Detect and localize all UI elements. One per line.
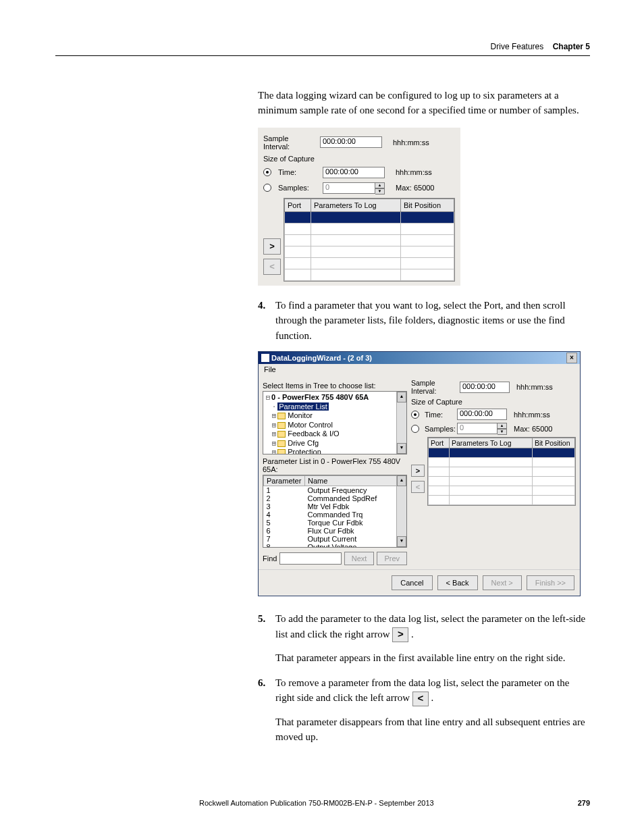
sample-config-panel: Sample Interval: 000:00:00 hhh:mm:ss Siz… bbox=[258, 128, 460, 286]
app-icon bbox=[261, 354, 269, 362]
find-label: Find bbox=[263, 554, 277, 563]
table-row[interactable] bbox=[429, 448, 575, 458]
r-samples-spinner[interactable]: 0 ▲▼ bbox=[457, 423, 507, 434]
tree-parameter-list[interactable]: Parameter List bbox=[277, 402, 329, 411]
step-number: 6. bbox=[258, 675, 275, 706]
list-item[interactable]: 6Flux Cur Fdbk bbox=[264, 527, 406, 535]
step-5-text: To add the parameter to the data log lis… bbox=[275, 611, 590, 642]
r-sample-interval-input[interactable]: 000:00:00 bbox=[460, 382, 510, 393]
table-row[interactable] bbox=[429, 486, 575, 496]
step-5-result: That parameter appears in the first avai… bbox=[275, 650, 590, 666]
remove-param-button[interactable]: < bbox=[263, 259, 281, 275]
scroll-up-icon[interactable]: ▲ bbox=[397, 392, 406, 402]
find-prev-button[interactable]: Prev bbox=[377, 552, 407, 565]
chevron-right-icon: > bbox=[416, 467, 420, 475]
list-item[interactable]: 1Output Frequency bbox=[264, 486, 406, 495]
tree-root[interactable]: 0 - PowerFlex 755 480V 65A bbox=[271, 393, 369, 401]
table-row[interactable] bbox=[285, 211, 454, 223]
r-time-radio[interactable] bbox=[411, 411, 419, 419]
r-samples-input[interactable]: 0 bbox=[457, 423, 498, 434]
step-4-text: To find a parameter that you want to log… bbox=[275, 298, 590, 344]
sample-interval-hint: hhh:mm:ss bbox=[393, 138, 429, 147]
find-input[interactable] bbox=[279, 552, 341, 565]
scroll-down-icon[interactable]: ▼ bbox=[397, 443, 406, 454]
tree-scrollbar[interactable]: ▲▼ bbox=[396, 392, 406, 454]
r-col-bit: Bit Position bbox=[533, 438, 575, 448]
r-remove-param-button[interactable]: < bbox=[411, 481, 425, 493]
step-number: 5. bbox=[258, 611, 275, 642]
right-arrow-icon: > bbox=[392, 627, 408, 642]
back-button[interactable]: < Back bbox=[437, 575, 478, 590]
expand-icon[interactable]: ⊞ bbox=[271, 412, 277, 421]
spin-down-icon[interactable]: ▼ bbox=[375, 188, 385, 194]
table-row[interactable] bbox=[285, 269, 454, 280]
spin-up-icon[interactable]: ▲ bbox=[375, 182, 385, 188]
page-header: Drive Features Chapter 5 bbox=[55, 42, 590, 51]
param-list-header: Parameter List in 0 - PowerFlex 755 480V… bbox=[263, 457, 407, 473]
r-samples-radio[interactable] bbox=[411, 425, 419, 433]
list-item[interactable]: 5Torque Cur Fdbk bbox=[264, 519, 406, 527]
table-row[interactable] bbox=[429, 467, 575, 477]
add-param-button[interactable]: > bbox=[263, 238, 281, 255]
wizard-menubar[interactable]: File bbox=[259, 364, 580, 375]
table-row[interactable] bbox=[285, 257, 454, 269]
list-item[interactable]: 2Commanded SpdRef bbox=[264, 494, 406, 502]
list-item[interactable]: 3Mtr Vel Fdbk bbox=[264, 502, 406, 511]
table-row[interactable] bbox=[285, 246, 454, 257]
collapse-icon[interactable]: ⊟ bbox=[265, 394, 271, 402]
samples-label: Samples: bbox=[278, 184, 319, 192]
device-tree[interactable]: ⊟0 - PowerFlex 755 480V 65A ·Parameter L… bbox=[263, 391, 407, 454]
r-size-label: Size of Capture bbox=[411, 398, 462, 406]
list-scrollbar[interactable]: ▲▼ bbox=[396, 475, 406, 547]
sample-interval-input[interactable]: 000:00:00 bbox=[320, 136, 382, 148]
next-button[interactable]: Next > bbox=[483, 575, 522, 590]
list-item[interactable]: 7Output Current bbox=[264, 535, 406, 543]
samples-spinner[interactable]: 0 ▲▼ bbox=[323, 182, 385, 194]
table-row[interactable] bbox=[429, 477, 575, 486]
cancel-button[interactable]: Cancel bbox=[392, 575, 432, 590]
header-section: Drive Features bbox=[491, 42, 544, 51]
table-row[interactable] bbox=[429, 496, 575, 505]
find-next-button[interactable]: Next bbox=[344, 552, 375, 565]
time-input[interactable]: 000:00:00 bbox=[323, 167, 385, 178]
finish-button[interactable]: Finish >> bbox=[527, 575, 574, 590]
scroll-down-icon[interactable]: ▼ bbox=[397, 536, 406, 547]
table-row[interactable] bbox=[429, 458, 575, 467]
params-to-log-table[interactable]: Port Parameters To Log Bit Position bbox=[284, 198, 455, 282]
r-add-param-button[interactable]: > bbox=[411, 465, 425, 477]
chevron-right-icon: > bbox=[269, 241, 275, 251]
time-radio[interactable] bbox=[263, 168, 271, 176]
col-bit: Bit Position bbox=[401, 199, 454, 211]
tree-item[interactable]: Drive Cfg bbox=[288, 439, 319, 447]
tree-item[interactable]: Motor Control bbox=[288, 421, 333, 429]
parameter-list[interactable]: ParameterName 1Output Frequency 2Command… bbox=[263, 475, 407, 548]
r-samples-label: Samples: bbox=[425, 425, 454, 433]
publication-info: Rockwell Automation Publication 750-RM00… bbox=[199, 799, 434, 807]
wizard-footer: Cancel < Back Next > Finish >> bbox=[259, 569, 580, 596]
samples-input[interactable]: 0 bbox=[323, 182, 375, 194]
tree-item[interactable]: Protection bbox=[288, 448, 321, 454]
header-divider bbox=[55, 55, 590, 56]
spin-down-icon[interactable]: ▼ bbox=[498, 429, 507, 435]
size-of-capture-label: Size of Capture bbox=[263, 155, 315, 163]
scroll-up-icon[interactable]: ▲ bbox=[397, 475, 406, 486]
col-port: Port bbox=[285, 199, 311, 211]
step-number: 4. bbox=[258, 298, 275, 344]
table-row[interactable] bbox=[285, 223, 454, 234]
spin-up-icon[interactable]: ▲ bbox=[498, 423, 507, 429]
r-hint: hhh:mm:ss bbox=[516, 383, 553, 391]
r-params-table[interactable]: Port Parameters To Log Bit Position bbox=[427, 437, 576, 506]
list-item[interactable]: 8Output Voltage bbox=[264, 543, 406, 548]
samples-radio[interactable] bbox=[263, 184, 271, 192]
r-col-params: Parameters To Log bbox=[450, 438, 533, 448]
close-button[interactable]: × bbox=[566, 353, 577, 363]
table-row[interactable] bbox=[285, 234, 454, 246]
tree-item[interactable]: Monitor bbox=[288, 411, 313, 419]
left-arrow-icon: < bbox=[412, 692, 429, 706]
list-item[interactable]: 4Commanded Trq bbox=[264, 511, 406, 519]
file-menu[interactable]: File bbox=[264, 365, 276, 373]
tree-item[interactable]: Feedback & I/O bbox=[288, 429, 339, 438]
intro-paragraph: The data logging wizard can be configure… bbox=[258, 88, 590, 118]
col-params: Parameters To Log bbox=[311, 199, 401, 211]
r-time-input[interactable]: 000:00:00 bbox=[457, 409, 507, 420]
